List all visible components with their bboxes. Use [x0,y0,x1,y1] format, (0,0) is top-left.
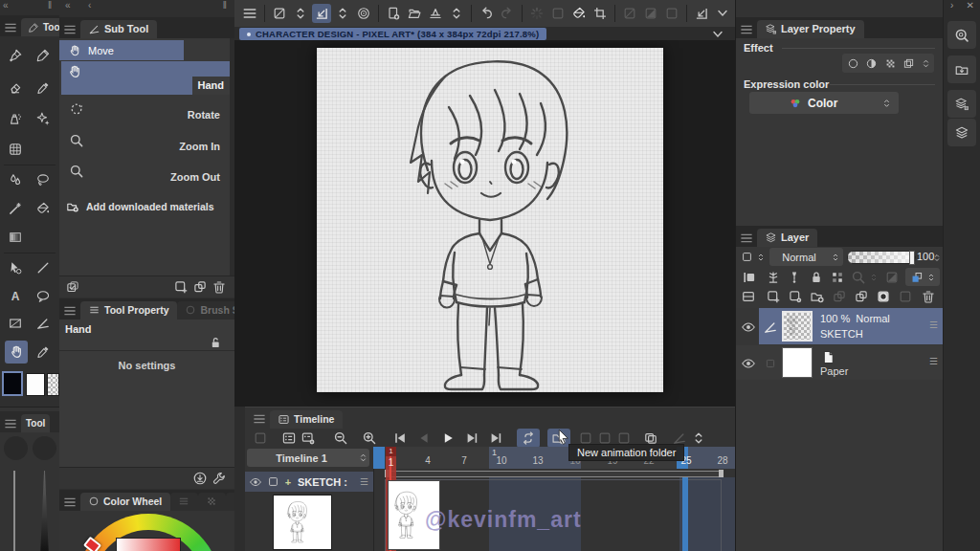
new-folder-icon[interactable] [808,287,827,306]
tool-object[interactable] [6,258,25,277]
panel-menu-icon[interactable] [739,22,754,37]
undo-icon[interactable] [477,4,496,23]
track-visibility-eye-icon[interactable] [247,473,264,492]
canvas-viewport[interactable] [234,40,735,407]
tool-pen[interactable] [6,46,25,65]
brush-preview-2[interactable] [33,436,56,460]
timeline-edit-icon[interactable] [251,429,270,448]
tab-layer[interactable]: Layer [757,229,817,247]
tool-text[interactable] [6,287,25,306]
panel-menu-icon[interactable] [3,416,18,431]
tool-operation[interactable] [33,314,53,333]
document-tab[interactable]: CHARACTER DESIGN - PIXEL ART* (384 x 384… [239,28,546,40]
add-subtool-icon[interactable] [171,277,190,297]
two-pane-icon[interactable] [739,287,758,306]
save-file-icon[interactable] [426,4,445,23]
track-menu-icon[interactable]: ☰ [360,476,368,487]
delete-subtool-icon[interactable] [210,277,229,297]
tool-blend[interactable] [6,170,25,189]
snap-icon[interactable] [692,4,711,23]
palette-color-button[interactable] [739,249,767,265]
selection-border-icon[interactable] [662,4,681,23]
layer-menu-icon[interactable]: ☰ [929,320,938,330]
main-menu-icon[interactable] [240,4,259,23]
tool-pencil[interactable] [33,46,53,65]
lock-layer-icon[interactable] [807,268,826,287]
pin-icon[interactable]: ‖ [223,0,227,11]
apply-mask-icon[interactable] [896,287,915,306]
tool-hand[interactable] [5,341,28,364]
tool-eyedropper[interactable] [33,342,53,362]
fit-screen-icon[interactable] [270,4,289,23]
expression-color-dropdown[interactable]: Color [749,92,899,114]
size-slider-1[interactable] [13,471,15,551]
panel-menu-icon[interactable] [739,231,754,246]
tab-color-slider[interactable] [170,493,198,511]
panel-menu-icon[interactable] [62,22,78,37]
tab-color-wheel[interactable]: Color Wheel [80,493,170,511]
layer-visibility-eye-icon[interactable] [739,318,758,337]
timeline-selector[interactable]: Timeline 1 [247,449,369,467]
canvas[interactable] [317,48,663,392]
tab-layer-property[interactable]: Layer Property [757,20,864,38]
crop-icon[interactable] [590,4,610,23]
tab-sub-tool[interactable]: Sub Tool [80,20,157,38]
pin-icon[interactable]: ‖ [48,0,52,11]
tab-tool-property[interactable]: Tool Property [80,301,177,320]
main-color-swatch[interactable] [2,371,23,396]
zoom-stepper-icon[interactable] [291,4,310,23]
lock-open-icon[interactable] [206,333,225,352]
wrench-icon[interactable] [210,469,229,488]
effect-tone-icon[interactable] [863,54,880,73]
tool-liquify[interactable] [6,140,25,159]
track-header-sketch[interactable]: + SKETCH : ☰ [245,472,373,492]
effect-border-icon[interactable] [845,54,861,73]
new-timeline-icon[interactable] [279,429,299,448]
duplicate-subtool-icon[interactable] [190,277,210,297]
subtool-item-zoom-out[interactable]: Zoom Out [61,159,230,188]
deselect-icon[interactable] [620,4,639,23]
create-mask-icon[interactable] [874,287,893,306]
layer-thumbnail-paper[interactable] [782,347,813,378]
set-ruler-icon[interactable] [849,268,868,287]
track-thumbnail[interactable] [273,495,332,550]
playhead-handle[interactable]: 1 [386,447,396,456]
panel-menu-icon[interactable] [3,20,18,35]
subtool-item-hand[interactable]: Hand [61,61,230,95]
layer-thumbnail-sketch[interactable] [782,311,813,342]
opacity-slider[interactable] [847,251,916,264]
tool-brush[interactable] [33,78,53,98]
rail-layer-property-button[interactable] [947,90,976,118]
brush-preview-1[interactable] [4,436,28,460]
opacity-stepper-icon[interactable] [931,248,943,267]
layer-row-sketch[interactable]: 100 % Normal SKETCH ☰ [736,308,944,344]
timeline-settings-icon[interactable] [299,429,318,448]
tool-figure-line[interactable] [33,258,53,277]
reset-view-icon[interactable] [354,4,373,23]
transfer-layer-icon[interactable] [830,287,849,306]
subtool-group-move[interactable]: Move [59,40,184,60]
subtool-item-rotate[interactable]: Rotate [61,96,230,127]
effect-options-icon[interactable] [920,54,932,73]
layer-row-paper[interactable]: Paper ☰ [736,345,944,380]
add-downloaded-materials-button[interactable]: Add downloaded materials [65,197,230,216]
panel-menu-icon[interactable] [62,495,78,510]
tab-timeline[interactable]: Timeline [270,410,343,429]
save-options-icon[interactable] [447,4,466,23]
new-file-icon[interactable] [384,4,403,23]
expand-rail-icon[interactable]: › [950,0,953,11]
redo-icon[interactable] [498,4,517,23]
close-rail-icon[interactable]: ✕ [967,0,974,11]
draft-layer-icon[interactable] [785,268,804,287]
effect-extract-line-icon[interactable] [901,54,917,73]
transparent-color-swatch[interactable] [47,373,59,396]
tool-airbrush[interactable] [6,109,25,128]
delete-layer-icon[interactable] [919,287,938,306]
color-wheel[interactable] [59,511,234,551]
subtool-item-zoom-in[interactable]: Zoom In [61,128,230,158]
rail-quick-access-button[interactable] [947,21,976,49]
opacity-slider-handle[interactable] [909,251,915,265]
command-bar-more-icon[interactable] [713,4,732,23]
layer-visibility-eye-icon[interactable] [739,354,758,373]
clip-to-layer-below-icon[interactable] [740,268,759,287]
